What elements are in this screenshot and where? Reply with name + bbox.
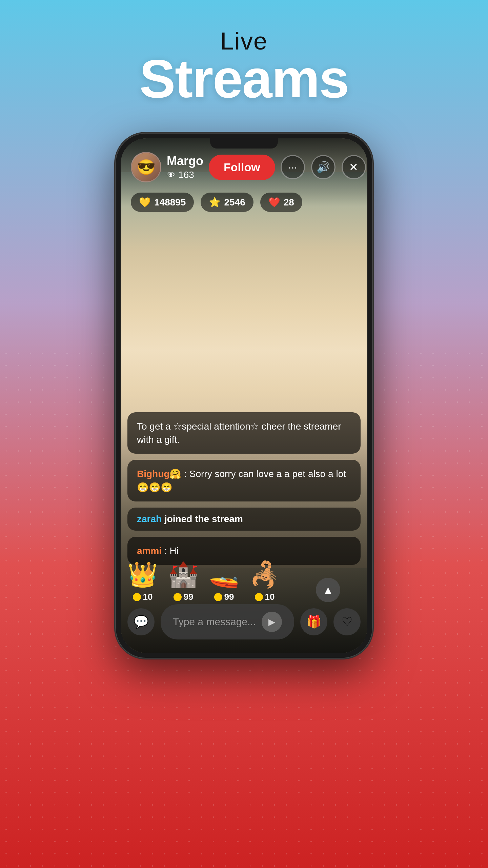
chat-username-1: ammi bbox=[137, 546, 162, 556]
gift-item-3[interactable]: 🦂 10 bbox=[249, 560, 280, 602]
more-options-button[interactable]: ··· bbox=[281, 155, 305, 179]
gift-icon: 🎁 bbox=[306, 615, 322, 629]
stream-ui-layer: Margo 👁 163 Follow ··· bbox=[121, 138, 367, 653]
bottom-bar: 💬 Type a message... ▶ 🎁 ♡ bbox=[127, 604, 361, 639]
send-button[interactable]: ▶ bbox=[262, 612, 282, 632]
open-chat-button[interactable]: 💬 bbox=[127, 608, 155, 635]
scroll-up-button[interactable]: ▲ bbox=[316, 578, 340, 602]
coin-dot-0 bbox=[133, 593, 141, 601]
gift-item-2[interactable]: 🚤 99 bbox=[209, 560, 239, 602]
gift-emoji-2: 🚤 bbox=[209, 560, 239, 589]
join-text: joined the stream bbox=[164, 514, 243, 524]
stars-value: 2546 bbox=[224, 197, 245, 208]
gift-item-0[interactable]: 👑 10 bbox=[127, 560, 158, 602]
gift-button[interactable]: 🎁 bbox=[300, 608, 327, 635]
gift-emoji-3: 🦂 bbox=[249, 560, 280, 589]
gift-value-3: 10 bbox=[265, 592, 275, 602]
stats-bar: 💛 148895 ⭐ 2546 ❤️ 28 bbox=[131, 193, 302, 212]
page-wrapper: Live Streams bbox=[0, 0, 488, 868]
gift-price-2: 99 bbox=[214, 592, 234, 602]
chat-message-0: Bighug🤗 : Sorry sorry can love a a pet a… bbox=[127, 460, 361, 501]
chat-notice: To get a ☆special attention☆ cheer the s… bbox=[127, 412, 361, 454]
gifts-row: 👑 10 🏰 99 bbox=[127, 560, 340, 602]
chevron-up-icon: ▲ bbox=[323, 584, 333, 596]
heart-button[interactable]: ♡ bbox=[333, 608, 361, 635]
gift-emoji-1: 🏰 bbox=[168, 560, 199, 589]
coin-dot-3 bbox=[255, 593, 263, 601]
stream-top-bar: Margo 👁 163 Follow ··· bbox=[131, 152, 357, 182]
gift-value-0: 10 bbox=[143, 592, 153, 602]
streams-label: Streams bbox=[139, 52, 348, 106]
streamer-avatar[interactable] bbox=[131, 152, 161, 182]
gift-item-1[interactable]: 🏰 99 bbox=[168, 560, 199, 602]
star-icon: ⭐ bbox=[209, 197, 221, 208]
coin-dot-2 bbox=[214, 593, 222, 601]
gift-value-2: 99 bbox=[224, 592, 234, 602]
hearts-value: 28 bbox=[284, 197, 294, 208]
close-button[interactable]: ✕ bbox=[342, 155, 366, 179]
heart-icon-btn: ♡ bbox=[342, 615, 352, 629]
coins-value: 148895 bbox=[154, 197, 186, 208]
header-section: Live Streams bbox=[139, 27, 348, 106]
gift-value-1: 99 bbox=[184, 592, 194, 602]
chat-text-1: : Hi bbox=[164, 546, 179, 556]
avatar-face bbox=[132, 153, 160, 181]
more-icon: ··· bbox=[288, 161, 297, 174]
chat-username-0: Bighug🤗 bbox=[137, 469, 181, 479]
volume-button[interactable]: 🔊 bbox=[311, 155, 336, 179]
phone-frame: Margo 👁 163 Follow ··· bbox=[115, 133, 373, 658]
top-actions: ··· 🔊 ✕ bbox=[281, 155, 366, 179]
input-placeholder: Type a message... bbox=[173, 616, 256, 628]
chat-join-message: zarah joined the stream bbox=[127, 508, 361, 531]
viewer-number: 163 bbox=[178, 170, 194, 180]
close-icon: ✕ bbox=[349, 161, 358, 174]
stars-badge: ⭐ 2546 bbox=[201, 193, 253, 212]
hearts-badge: ❤️ 28 bbox=[260, 193, 302, 212]
streamer-info: Margo 👁 163 bbox=[167, 154, 203, 180]
join-username: zarah bbox=[137, 514, 162, 524]
message-input-area[interactable]: Type a message... ▶ bbox=[161, 604, 294, 639]
chat-bubble-icon: 💬 bbox=[134, 615, 149, 629]
phone-screen: Margo 👁 163 Follow ··· bbox=[121, 138, 367, 653]
phone-notch bbox=[210, 138, 278, 149]
phone-device: Margo 👁 163 Follow ··· bbox=[115, 133, 373, 658]
coin-dot-1 bbox=[174, 593, 182, 601]
streamer-name: Margo bbox=[167, 154, 203, 168]
chat-area: To get a ☆special attention☆ cheer the s… bbox=[127, 412, 361, 565]
gift-price-0: 10 bbox=[133, 592, 153, 602]
coins-badge: 💛 148895 bbox=[131, 193, 194, 212]
eye-icon: 👁 bbox=[167, 170, 176, 180]
coin-icon: 💛 bbox=[139, 197, 151, 208]
heart-icon-stat: ❤️ bbox=[268, 197, 280, 208]
gift-price-3: 10 bbox=[255, 592, 275, 602]
gift-price-1: 99 bbox=[174, 592, 194, 602]
gift-emoji-0: 👑 bbox=[127, 560, 158, 589]
follow-button[interactable]: Follow bbox=[209, 155, 275, 180]
send-icon: ▶ bbox=[268, 617, 275, 627]
viewer-count: 👁 163 bbox=[167, 170, 203, 180]
volume-icon: 🔊 bbox=[317, 161, 330, 174]
